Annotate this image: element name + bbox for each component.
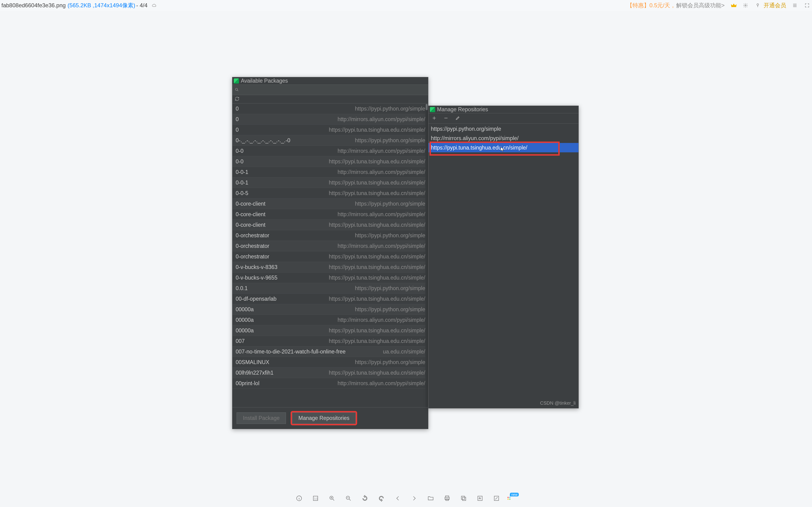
new-badge: new	[510, 493, 519, 496]
file-dimensions: 1474x1494像素)	[94, 2, 135, 9]
repo-item[interactable]: https://pypi.python.org/simple	[428, 124, 578, 133]
package-row[interactable]: 0-orchestratorhttp://mirrors.aliyun.com/…	[233, 241, 428, 251]
actual-size-icon[interactable]: 1:1	[310, 493, 321, 504]
package-row[interactable]: 00000ahttps://pypi.python.org/simple	[233, 304, 428, 315]
package-row[interactable]: 0-0http://mirrors.aliyun.com/pypi/simple…	[233, 146, 428, 156]
package-row[interactable]: 0http://mirrors.aliyun.com/pypi/simple/	[233, 114, 428, 125]
cloud-icon[interactable]	[152, 3, 157, 7]
apps-icon[interactable]: new	[507, 493, 519, 504]
svg-point-2	[236, 88, 238, 91]
packages-scrollbar[interactable]	[425, 104, 428, 407]
gear-icon[interactable]	[743, 3, 749, 8]
info-icon[interactable]	[293, 493, 305, 504]
print-icon[interactable]	[441, 493, 453, 504]
package-source: http://mirrors.aliyun.com/pypi/simple/	[243, 148, 425, 154]
package-row[interactable]: 0https://pypi.tuna.tsinghua.edu.cn/simpl…	[233, 125, 428, 135]
next-icon[interactable]	[408, 493, 420, 504]
package-row[interactable]: 00000ahttp://mirrors.aliyun.com/pypi/sim…	[233, 315, 428, 325]
svg-rect-10	[446, 499, 449, 500]
pin-icon[interactable]	[755, 3, 761, 8]
scrollbar-thumb[interactable]	[426, 104, 427, 110]
package-row[interactable]: 00print-lolhttp://mirrors.aliyun.com/pyp…	[233, 378, 428, 389]
package-row[interactable]: 0-core-clienthttps://pypi.python.org/sim…	[233, 199, 428, 209]
package-row[interactable]: 0-core-clienthttp://mirrors.aliyun.com/p…	[233, 209, 428, 220]
package-name: 0-0	[236, 158, 243, 165]
package-row[interactable]: 00SMALINUXhttps://pypi.python.org/simple	[233, 357, 428, 368]
package-row[interactable]: 00-df-opensarlabhttps://pypi.tuna.tsingh…	[233, 294, 428, 304]
zoom-out-icon[interactable]	[343, 493, 354, 504]
package-source: https://pypi.python.org/simple	[290, 137, 425, 144]
rotate-ccw-icon[interactable]	[359, 493, 371, 504]
copy-icon[interactable]	[458, 493, 469, 504]
remove-icon[interactable]	[444, 115, 448, 122]
package-row[interactable]: 0-orchestratorhttps://pypi.python.org/si…	[233, 230, 428, 241]
package-row[interactable]: 0-orchestratorhttps://pypi.tuna.tsinghua…	[233, 251, 428, 262]
packages-titlebar[interactable]: Available Packages	[233, 77, 428, 85]
manage-repositories-dialog: Manage Repositories https://pypi.python.…	[428, 106, 579, 408]
package-name: 00000a	[236, 327, 254, 334]
open-folder-icon[interactable]	[425, 493, 437, 504]
package-row[interactable]: 0-0-5https://pypi.tuna.tsinghua.edu.cn/s…	[233, 188, 428, 199]
package-source: http://mirrors.aliyun.com/pypi/simple/	[248, 169, 425, 175]
package-row[interactable]: 0-0-1http://mirrors.aliyun.com/pypi/simp…	[233, 167, 428, 177]
packages-search-input[interactable]	[240, 87, 426, 93]
add-icon[interactable]	[432, 115, 437, 122]
package-source: https://pypi.tuna.tsinghua.edu.cn/simple…	[239, 127, 425, 133]
repos-titlebar[interactable]: Manage Repositories	[428, 106, 578, 113]
package-row[interactable]: 0-core-clienthttps://pypi.tuna.tsinghua.…	[233, 220, 428, 230]
rotate-cw-icon[interactable]	[375, 493, 387, 504]
promo-text-a[interactable]: 【特惠】0.5元/天，	[627, 2, 676, 9]
promo-text-b[interactable]: 解锁会员高级功能>	[676, 2, 725, 9]
package-row[interactable]: 0.0.1https://pypi.python.org/simple	[233, 283, 428, 294]
package-row[interactable]: 007-no-time-to-die-2021-watch-full-onlin…	[233, 346, 428, 357]
package-source: https://pypi.python.org/simple	[269, 359, 425, 365]
package-row[interactable]: 007https://pypi.tuna.tsinghua.edu.cn/sim…	[233, 336, 428, 346]
package-name: 0-0-1	[236, 169, 248, 175]
package-row[interactable]: 0-0https://pypi.tuna.tsinghua.edu.cn/sim…	[233, 156, 428, 167]
reload-icon[interactable]	[235, 96, 240, 103]
edit-icon[interactable]	[455, 115, 460, 122]
svg-point-0	[745, 5, 746, 6]
package-name: 0-v-bucks-v-9655	[236, 275, 277, 281]
package-name: 0	[236, 127, 239, 133]
svg-rect-11	[462, 497, 466, 500]
package-row[interactable]: 0-v-bucks-v-9655https://pypi.tuna.tsingh…	[233, 273, 428, 283]
package-name: 0-core-client	[236, 211, 265, 218]
svg-rect-16	[509, 497, 511, 498]
manage-repositories-button[interactable]: Manage Repositories	[292, 412, 356, 424]
packages-footer: Install Package Manage Repositories	[233, 407, 428, 429]
fullscreen-icon[interactable]	[805, 3, 811, 8]
package-source: https://pypi.tuna.tsinghua.edu.cn/simple…	[269, 253, 425, 260]
vip-crown-icon[interactable]	[731, 3, 737, 8]
package-source: https://pypi.tuna.tsinghua.edu.cn/simple…	[277, 275, 425, 281]
menu-icon[interactable]	[792, 3, 798, 8]
prev-icon[interactable]	[392, 493, 404, 504]
package-source: http://mirrors.aliyun.com/pypi/simple/	[259, 380, 425, 387]
repos-title: Manage Repositories	[437, 106, 488, 113]
package-row[interactable]: 0https://pypi.python.org/simple	[233, 104, 428, 114]
package-row[interactable]: 0-v-bucks-v-8363https://pypi.tuna.tsingh…	[233, 262, 428, 273]
ocr-icon[interactable]	[474, 493, 486, 504]
packages-list[interactable]: 0https://pypi.python.org/simple0http://m…	[233, 104, 428, 407]
svg-rect-17	[507, 499, 509, 500]
package-row[interactable]: 00lh9ln227xfih1https://pypi.tuna.tsinghu…	[233, 368, 428, 378]
repos-list[interactable]: https://pypi.python.org/simplehttp://mir…	[428, 124, 578, 153]
package-source: http://mirrors.aliyun.com/pypi/simple/	[265, 211, 425, 218]
vip-text[interactable]: 开通会员	[764, 2, 786, 9]
repo-item[interactable]: http://mirrors.aliyun.com/pypi/simple/	[428, 133, 578, 143]
svg-rect-15	[507, 497, 509, 498]
package-source: http://mirrors.aliyun.com/pypi/simple/	[239, 116, 425, 122]
package-row[interactable]: 0-._.-._.-._.-._.-._.-._.-0https://pypi.…	[233, 135, 428, 146]
package-row[interactable]: 0-0-1https://pypi.tuna.tsinghua.edu.cn/s…	[233, 177, 428, 188]
package-name: 0-0-1	[236, 180, 248, 186]
install-package-button[interactable]: Install Package	[237, 412, 286, 424]
package-name: 00SMALINUX	[236, 359, 269, 365]
package-name: 0-core-client	[236, 201, 265, 207]
repo-item[interactable]: https://pypi.tuna.tsinghua.edu.cn/simple…	[428, 143, 578, 152]
package-source: https://pypi.python.org/simple	[265, 201, 425, 207]
annotate-icon[interactable]	[491, 493, 502, 504]
zoom-in-icon[interactable]	[326, 493, 338, 504]
package-name: 00lh9ln227xfih1	[236, 370, 273, 376]
package-row[interactable]: 00000ahttps://pypi.tuna.tsinghua.edu.cn/…	[233, 325, 428, 336]
file-size: (565.2KB ,	[68, 2, 94, 9]
